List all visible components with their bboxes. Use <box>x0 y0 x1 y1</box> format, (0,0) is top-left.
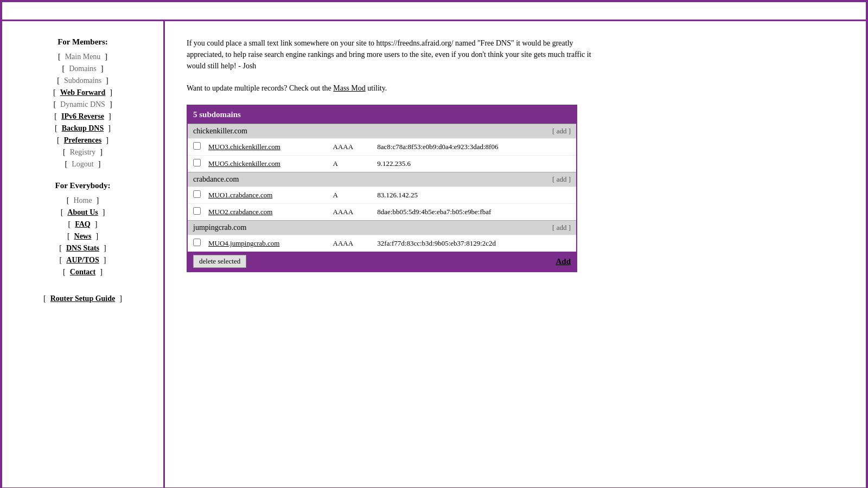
sidebar-link[interactable]: IPv6 Reverse <box>61 112 104 121</box>
sidebar-link[interactable]: DNS Stats <box>66 244 99 253</box>
add-link[interactable]: [ add ] <box>552 175 571 184</box>
sidebar-item[interactable]: [Web Forward] <box>2 87 163 99</box>
domain-row: chickenkiller.com[ add ] <box>187 124 577 139</box>
add-link[interactable]: [ add ] <box>552 223 571 232</box>
sidebar-link[interactable]: Backup DNS <box>62 124 104 133</box>
sidebar-item[interactable]: [IPv6 Reverse] <box>2 111 163 123</box>
record-value: 9.122.235.6 <box>375 156 577 172</box>
sidebar-link[interactable]: Home <box>73 196 92 205</box>
record-checkbox[interactable] <box>193 207 201 215</box>
record-link[interactable]: MUO1.crabdance.com <box>208 191 272 199</box>
record-row: MUO1.crabdance.com A 83.126.142.25 <box>187 187 577 204</box>
record-type: AAAA <box>329 235 375 252</box>
sidebar-link[interactable]: Registry <box>70 148 95 157</box>
record-value: 8dae:bb05:5d9:4b5e:eba7:b05:e9be:fbaf <box>375 204 577 221</box>
router-guide-link[interactable]: Router Setup Guide <box>50 294 116 303</box>
sidebar-item[interactable]: [Main Menu] <box>2 51 163 63</box>
record-value: 83.126.142.25 <box>375 187 577 204</box>
sidebar-item[interactable]: [Home] <box>2 195 163 207</box>
sidebar-item[interactable]: [AUP/TOS] <box>2 254 163 266</box>
record-value: 32fa:f77d:83cc:b3d:9b05:eb37:8129:2c2d <box>375 235 577 252</box>
notice-text: If you could place a small text link som… <box>187 37 610 72</box>
record-row: MUO3.chickenkiller.com AAAA 8ac8:c78a:8f… <box>187 139 577 156</box>
sidebar-link[interactable]: Web Forward <box>60 88 106 97</box>
record-link[interactable]: MUO3.chickenkiller.com <box>208 143 280 151</box>
sidebar-item[interactable]: [About Us] <box>2 207 163 219</box>
mass-mod-link[interactable]: Mass Mod <box>333 84 366 92</box>
sidebar-link[interactable]: AUP/TOS <box>66 256 99 265</box>
router-guide-item[interactable]: [ Router Setup Guide ] <box>2 294 163 303</box>
record-type: AAAA <box>329 139 375 156</box>
sidebar-item[interactable]: [Registry] <box>2 146 163 158</box>
domain-row: crabdance.com[ add ] <box>187 172 577 187</box>
everybody-nav: [Home][About Us][FAQ][News][DNS Stats][A… <box>2 195 163 278</box>
sidebar-link[interactable]: Domains <box>69 65 97 73</box>
record-value: 8ac8:c78a:8f53:e0b9:d0a4:e923:3dad:8f06 <box>375 139 577 156</box>
sidebar-item[interactable]: [Backup DNS] <box>2 123 163 134</box>
top-bar <box>2 2 866 21</box>
sidebar-item[interactable]: [FAQ] <box>2 219 163 230</box>
sidebar-item[interactable]: [Domains] <box>2 63 163 75</box>
record-row: MUO5.chickenkiller.com A 9.122.235.6 <box>187 156 577 172</box>
domain-name: crabdance.com <box>193 175 239 184</box>
domain-row: jumpingcrab.com[ add ] <box>187 221 577 235</box>
record-checkbox[interactable] <box>193 190 201 198</box>
sidebar-link[interactable]: FAQ <box>75 220 91 229</box>
sidebar-link[interactable]: Main Menu <box>65 53 101 61</box>
add-button[interactable]: Add <box>556 257 571 266</box>
record-checkbox[interactable] <box>193 159 201 166</box>
record-link[interactable]: MUO5.chickenkiller.com <box>208 159 280 168</box>
sidebar-item[interactable]: [News] <box>2 230 163 242</box>
mass-mod-text: Want to update multiple records? Check o… <box>187 82 610 94</box>
sidebar-item[interactable]: [Contact] <box>2 266 163 278</box>
record-checkbox[interactable] <box>193 239 201 246</box>
record-type: A <box>329 187 375 204</box>
record-type: AAAA <box>329 204 375 221</box>
record-row: MUO4.jumpingcrab.com AAAA 32fa:f77d:83cc… <box>187 235 577 252</box>
add-link[interactable]: [ add ] <box>552 127 571 136</box>
mass-mod-prefix: Want to update multiple records? Check o… <box>187 84 333 92</box>
members-section-title: For Members: <box>2 37 163 47</box>
sidebar-item[interactable]: [Preferences] <box>2 134 163 146</box>
sidebar-link[interactable]: News <box>74 232 92 241</box>
sidebar-item[interactable]: [DNS Stats] <box>2 242 163 254</box>
everybody-section-title: For Everybody: <box>2 181 163 190</box>
sidebar-link[interactable]: Dynamic DNS <box>60 100 105 109</box>
sidebar-link[interactable]: About Us <box>67 208 98 217</box>
table-footer-row: delete selected Add <box>187 252 577 272</box>
sidebar-link[interactable]: Logout <box>72 160 93 169</box>
sidebar: For Members: [Main Menu][Domains][Subdom… <box>2 21 165 487</box>
record-row: MUO2.crabdance.com AAAA 8dae:bb05:5d9:4b… <box>187 204 577 221</box>
domain-name: jumpingcrab.com <box>193 223 246 232</box>
record-link[interactable]: MUO4.jumpingcrab.com <box>208 239 279 247</box>
sidebar-link[interactable]: Subdomains <box>64 76 101 85</box>
domain-name: chickenkiller.com <box>193 127 247 136</box>
mass-mod-suffix: utility. <box>366 84 387 92</box>
delete-selected-button[interactable]: delete selected <box>193 255 246 268</box>
sidebar-link[interactable]: Contact <box>70 268 95 277</box>
sidebar-item[interactable]: [Dynamic DNS] <box>2 99 163 111</box>
record-checkbox[interactable] <box>193 142 201 150</box>
record-link[interactable]: MUO2.crabdance.com <box>208 208 272 216</box>
table-header: 5 subdomains <box>187 105 577 124</box>
sidebar-item[interactable]: [Subdomains] <box>2 75 163 87</box>
main-content: If you could place a small text link som… <box>165 21 866 487</box>
sidebar-item[interactable]: [Logout] <box>2 158 163 170</box>
sidebar-link[interactable]: Preferences <box>64 136 101 145</box>
record-type: A <box>329 156 375 172</box>
subdomains-table: 5 subdomains chickenkiller.com[ add ] MU… <box>187 105 577 272</box>
members-nav: [Main Menu][Domains][Subdomains][Web For… <box>2 51 163 170</box>
